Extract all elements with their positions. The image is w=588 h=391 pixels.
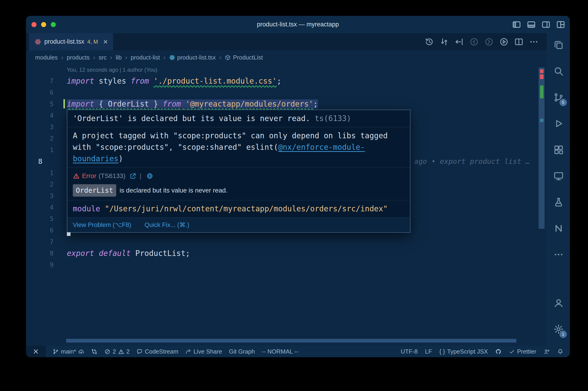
encoding-item[interactable]: UTF-8 <box>401 348 418 355</box>
activity-bar: 5 1 <box>547 33 570 346</box>
line-number[interactable]: 6 <box>50 227 54 234</box>
line-number[interactable]: 2 <box>50 135 54 142</box>
warning-count-icon <box>118 349 124 355</box>
line-number[interactable]: 5 <box>50 215 54 222</box>
language-label: TypeScript JSX <box>447 348 488 355</box>
activity-item-search[interactable] <box>551 64 566 79</box>
globe-icon[interactable] <box>146 173 153 180</box>
line-number[interactable]: 1 <box>50 146 54 153</box>
breadcrumb-label: ProductList <box>233 54 263 61</box>
line-number[interactable]: 7 <box>50 238 54 245</box>
activity-item-extensions[interactable] <box>551 142 566 157</box>
eol-item[interactable]: LF <box>425 348 432 355</box>
previous-change-icon[interactable] <box>469 37 479 47</box>
vim-mode-label: -- NORMAL -- <box>262 348 298 355</box>
open-external-icon[interactable] <box>130 173 136 180</box>
toggle-secondary-sidebar-icon[interactable] <box>541 20 551 29</box>
hover-actions: View Problem (⌥F8) Quick Fix... (⌘.) <box>67 217 410 232</box>
activity-item-files[interactable] <box>551 38 566 52</box>
open-changes-icon[interactable] <box>454 37 464 47</box>
compare-item[interactable] <box>91 349 97 355</box>
line-number[interactable]: 5 <box>50 100 54 107</box>
split-editor-icon[interactable] <box>514 37 524 47</box>
line-number[interactable]: 4 <box>50 112 54 119</box>
breadcrumb-item[interactable]: product-list <box>131 54 160 61</box>
notifications-item[interactable] <box>557 349 563 355</box>
quick-fix-button[interactable]: Quick Fix... (⌘.) <box>145 220 189 229</box>
breadcrumb-item[interactable]: lib <box>116 54 122 61</box>
branch-item[interactable]: main* <box>53 348 84 355</box>
view-problem-button[interactable]: View Problem (⌥F8) <box>73 220 131 229</box>
braces-icon: { } <box>439 348 445 355</box>
close-button[interactable] <box>31 22 37 27</box>
language-item[interactable]: { } TypeScript JSX <box>439 348 488 355</box>
line-number[interactable]: 2 <box>50 181 54 188</box>
vim-mode-item[interactable]: -- NORMAL -- <box>262 348 298 355</box>
close-tab-icon[interactable]: × <box>103 38 108 45</box>
breadcrumb-item[interactable]: product-list.tsx <box>169 54 216 61</box>
breadcrumb-item[interactable]: products <box>67 54 90 61</box>
git-compare-icon <box>91 349 97 355</box>
activity-item-nx-console[interactable] <box>551 221 566 236</box>
feedback-item[interactable] <box>544 349 550 355</box>
tab-product-list[interactable]: product-list.tsx 4, M × <box>29 33 113 50</box>
breadcrumb-label: products <box>67 54 90 61</box>
code-line[interactable]: 8export default ProductList; <box>26 247 547 259</box>
remote-indicator[interactable] <box>26 346 46 357</box>
line-number[interactable]: 9 <box>50 261 54 268</box>
toggle-sidebar-icon[interactable] <box>512 20 521 29</box>
compare-changes-icon[interactable] <box>439 37 449 47</box>
minimize-button[interactable] <box>41 22 46 27</box>
breadcrumb-item[interactable]: ProductList <box>225 54 263 61</box>
popup-resize-handle[interactable] <box>67 232 71 236</box>
line-number[interactable]: 8 <box>50 250 54 257</box>
github-item[interactable] <box>495 349 502 355</box>
customize-layout-icon[interactable] <box>556 20 565 29</box>
activity-item-more[interactable] <box>551 247 566 262</box>
code-line[interactable]: 7import styles from './product-list.modu… <box>26 75 547 87</box>
breadcrumb-separator: › <box>61 54 63 61</box>
line-number[interactable]: 6 <box>50 89 54 96</box>
activity-item-source-control[interactable]: 5 <box>551 90 566 105</box>
line-number[interactable]: 7 <box>50 77 54 85</box>
line-number[interactable]: 4 <box>50 204 54 211</box>
branch-label: main* <box>61 348 76 355</box>
activity-item-remote-explorer[interactable] <box>551 169 566 183</box>
nx-console-icon <box>553 223 564 234</box>
cloud-upload-icon <box>78 349 84 355</box>
breadcrumb-item[interactable]: modules <box>35 54 58 61</box>
activity-item-run-debug[interactable] <box>551 116 566 131</box>
check-icon <box>509 349 515 355</box>
next-change-icon[interactable] <box>484 37 494 47</box>
zoom-button[interactable] <box>51 22 56 27</box>
line-number[interactable]: 3 <box>50 123 54 130</box>
timeline-history-icon[interactable] <box>424 37 434 47</box>
remote-explorer-icon <box>553 171 564 181</box>
code-line[interactable]: 7 <box>26 236 547 247</box>
activity-item-settings-gear[interactable]: 1 <box>551 322 566 337</box>
line-number[interactable]: 3 <box>50 192 54 199</box>
module-line: module "/Users/juri/nrwl/content/myreact… <box>67 200 410 217</box>
codestream-item[interactable]: CodeStream <box>136 348 178 355</box>
separator: | <box>140 171 141 181</box>
activity-item-account[interactable] <box>551 296 566 310</box>
overview-modified-mark <box>540 86 543 98</box>
line-number[interactable]: 1 <box>50 169 54 177</box>
code-line[interactable]: 9 <box>26 259 547 270</box>
code-line[interactable]: 5import { OrderList } from '@myreactapp/… <box>26 98 547 109</box>
line-number[interactable]: 8 <box>38 157 42 165</box>
more-actions-icon[interactable] <box>529 37 539 47</box>
activity-bottom: 1 <box>551 296 566 337</box>
activity-top: 5 <box>551 38 566 262</box>
breadcrumb-item[interactable]: src <box>99 54 107 61</box>
problems-item[interactable]: 2 2 <box>104 348 130 355</box>
line-gutter: 2 <box>26 179 67 190</box>
toggle-panel-icon[interactable] <box>527 20 536 29</box>
prettier-item[interactable]: Prettier <box>509 348 536 355</box>
run-file-icon[interactable] <box>499 37 509 47</box>
activity-item-test-beaker[interactable] <box>551 195 566 209</box>
live-share-item[interactable]: Live Share <box>185 348 222 355</box>
code-line[interactable]: 6 <box>26 87 547 98</box>
horizontal-scrollbar[interactable] <box>66 339 516 343</box>
git-graph-item[interactable]: Git Graph <box>229 348 255 355</box>
